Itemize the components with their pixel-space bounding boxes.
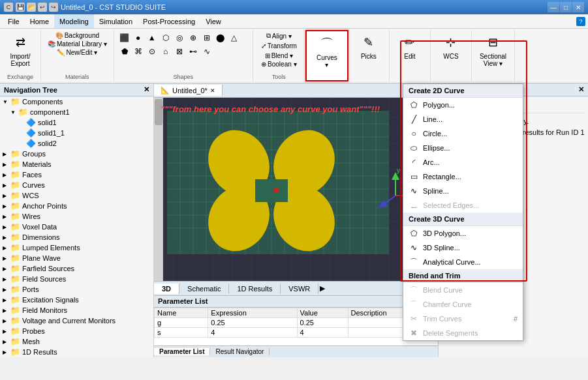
dropdown-3d-polygon[interactable]: ⬠ 3D Polygon... (403, 226, 523, 241)
dropdown-analytical-curve[interactable]: ⌒ Analytical Curve... (403, 255, 523, 269)
shape-btn-8[interactable]: ⬤ (214, 31, 227, 44)
shape-btn-6[interactable]: ⊕ (187, 31, 200, 44)
tabs-more-icon[interactable]: ▶ (320, 284, 328, 293)
material-library-button[interactable]: 📚 Material Library ▾ (45, 40, 110, 48)
tree-item-voltage-current-monitors[interactable]: ▶ 📁 Voltage and Current Monitors (0, 315, 153, 326)
wcs-button[interactable]: ⊹ WCS (435, 31, 467, 62)
param-s-expression[interactable] (208, 328, 297, 338)
import-export-button[interactable]: ⇄ Import/Export (4, 31, 37, 69)
trim-shortcut: # (514, 315, 518, 323)
vertical-scrollbar[interactable] (154, 98, 163, 281)
shape-btn-3[interactable]: ▲ (146, 31, 159, 44)
param-g-expression[interactable] (208, 318, 297, 328)
tree-item-probes[interactable]: ▶ 📁 Probes (0, 326, 153, 336)
tree-item-field-sources[interactable]: ▶ 📁 Field Sources (0, 274, 153, 284)
tree-item-field-monitors[interactable]: ▶ 📁 Field Monitors (0, 305, 153, 315)
menu-postprocessing[interactable]: Post-Processing (138, 14, 200, 28)
tab-schematic[interactable]: Schematic (179, 284, 229, 294)
dropdown-circle[interactable]: ○ Circle... (403, 126, 523, 141)
tree-item-faces[interactable]: ▶ 📁 Faces (0, 169, 153, 180)
new-edit-button[interactable]: ✏️ New/Edit ▾ (54, 48, 100, 57)
tab-3d[interactable]: 3D (154, 284, 179, 294)
maximize-button[interactable]: □ (560, 2, 572, 12)
viewport-tab-untitled[interactable]: 📐 Untitled_0* ✕ (154, 85, 223, 96)
progress-close-icon[interactable]: ✕ (578, 85, 584, 94)
open-icon[interactable]: 📂 (27, 3, 36, 12)
picks-label: Picks (361, 53, 377, 60)
param-list-tab[interactable]: Parameter List (154, 348, 210, 355)
menu-simulation[interactable]: Simulation (94, 14, 138, 28)
menu-bar: File Home Modeling Simulation Post-Proce… (0, 14, 588, 29)
shape-btn-16[interactable]: ∿ (200, 45, 213, 58)
close-button[interactable]: ✕ (572, 2, 584, 12)
nav-tree-header: Navigation Tree ✕ (0, 83, 153, 96)
menu-file[interactable]: File (3, 14, 25, 28)
nav-tree-close-icon[interactable]: ✕ (144, 85, 149, 94)
boolean-button[interactable]: ⊕ Boolean ▾ (258, 60, 299, 68)
tree-item-component1[interactable]: ▼ 📁 component1 (0, 107, 153, 117)
menu-home[interactable]: Home (25, 14, 54, 28)
shape-btn-7[interactable]: ⊞ (200, 31, 213, 44)
shape-btn-5[interactable]: ◎ (173, 31, 186, 44)
shape-btn-14[interactable]: ⊠ (173, 45, 186, 58)
dropdown-3d-spline[interactable]: ∿ 3D Spline... (403, 241, 523, 255)
shape-btn-15[interactable]: ⊷ (187, 45, 200, 58)
tree-item-anchor-points[interactable]: ▶ 📁 Anchor Points (0, 201, 153, 211)
tree-item-components[interactable]: ▼ 📁 Components (0, 96, 153, 107)
tab-close-button[interactable]: ✕ (210, 87, 215, 94)
help-icon[interactable]: ? (576, 17, 585, 26)
dropdown-ellipse[interactable]: ⬭ Ellipse... (403, 141, 523, 155)
tree-item-dimensions[interactable]: ▶ 📁 Dimensions (0, 232, 153, 242)
shape-btn-9[interactable]: △ (228, 31, 241, 44)
tree-item-groups[interactable]: ▶ 📁 Groups (0, 149, 153, 159)
tree-folder-icon: 📁 (10, 97, 20, 106)
tree-item-plane-wave[interactable]: ▶ 📁 Plane Wave (0, 253, 153, 263)
tree-item-curves[interactable]: ▶ 📁 Curves (0, 180, 153, 190)
shape-btn-11[interactable]: ⌘ (132, 45, 145, 58)
align-button[interactable]: ⧉ Align ▾ (264, 31, 294, 40)
menu-modeling[interactable]: Modeling (54, 14, 94, 28)
tree-item-ports[interactable]: ▶ 📁 Ports (0, 284, 153, 295)
tree-item-1d-results[interactable]: ▶ 📁 1D Results (0, 347, 153, 357)
dropdown-arc[interactable]: ◜ Arc... (403, 155, 523, 169)
viewport-canvas[interactable]: x y z """from here you can cho (154, 98, 438, 281)
param-row-g[interactable]: g 0.25 (155, 318, 438, 328)
tree-item-solid1-1[interactable]: 🔷 solid1_1 (0, 128, 153, 138)
shape-btn-4[interactable]: ⬡ (159, 31, 172, 44)
redo-icon[interactable]: ↪ (49, 3, 58, 12)
minimize-button[interactable]: — (548, 2, 559, 12)
tree-item-wires[interactable]: ▶ 📁 Wires (0, 211, 153, 222)
blend-button[interactable]: ⊞ Blend ▾ (262, 51, 296, 60)
tree-item-excitation-signals[interactable]: ▶ 📁 Excitation Signals (0, 295, 153, 305)
tree-item-solid2[interactable]: 🔷 solid2 (0, 138, 153, 149)
dropdown-polygon[interactable]: ⬠ Polygon... (403, 98, 523, 112)
tree-item-lumped-elements[interactable]: ▶ 📁 Lumped Elements (0, 242, 153, 253)
tab-1d-results[interactable]: 1D Results (229, 284, 281, 294)
undo-icon[interactable]: ↩ (38, 3, 47, 12)
result-navigator-tab[interactable]: Result Navigator (210, 348, 270, 355)
shape-btn-13[interactable]: ⌂ (159, 45, 172, 58)
tree-item-materials[interactable]: ▶ 📁 Materials (0, 159, 153, 169)
param-row-s[interactable]: s 4 (155, 328, 438, 338)
tree-item-wcs[interactable]: ▶ 📁 WCS (0, 190, 153, 201)
dropdown-line[interactable]: ╱ Line... (403, 112, 523, 126)
dropdown-rectangle[interactable]: ▭ Rectangle... (403, 169, 523, 184)
sectional-view-button[interactable]: ⊟ SectionalView ▾ (476, 31, 510, 69)
dropdown-spline[interactable]: ∿ Spline... (403, 184, 523, 198)
shape-btn-12[interactable]: ⊙ (146, 45, 159, 58)
shape-btn-1[interactable]: ⬛ (118, 31, 131, 44)
tree-item-mesh[interactable]: ▶ 📁 Mesh (0, 336, 153, 347)
curves-button[interactable]: ⌒ Curves▾ (311, 33, 343, 70)
transform-button[interactable]: ⤢ Transform (257, 40, 301, 51)
save-icon[interactable]: 💾 (16, 3, 25, 12)
tree-item-solid1[interactable]: 🔷 solid1 (0, 117, 153, 128)
picks-button[interactable]: ✎ Picks (352, 31, 385, 62)
edit-button[interactable]: ✏ Edit (394, 31, 426, 62)
tab-vswr[interactable]: VSWR (281, 284, 318, 294)
menu-view[interactable]: View (200, 14, 226, 28)
shape-btn-10[interactable]: ⬟ (118, 45, 131, 58)
tree-item-farfield-sources[interactable]: ▶ 📁 Farfield Sources (0, 263, 153, 274)
background-button[interactable]: 🎨 Background (53, 31, 102, 40)
shape-btn-2[interactable]: ● (132, 31, 145, 44)
tree-item-voxel-data[interactable]: ▶ 📁 Voxel Data (0, 222, 153, 232)
